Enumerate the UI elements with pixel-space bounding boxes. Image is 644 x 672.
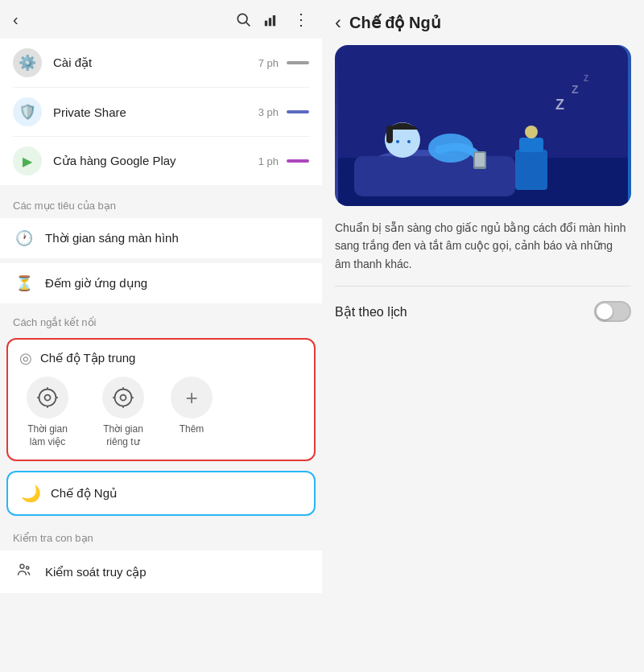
right-title: Chế độ Ngủ — [349, 13, 441, 32]
screen-time-label: Thời gian sáng màn hình — [45, 231, 179, 245]
svg-point-12 — [121, 395, 126, 401]
back-button[interactable]: ‹ — [13, 10, 19, 29]
app-time: 1 ph — [258, 155, 279, 167]
mode-work-icon — [27, 377, 68, 418]
svg-rect-22 — [354, 156, 515, 196]
tap-trung-modes: Thời gian làm việc Thời gian riêng tư + … — [8, 373, 314, 460]
left-panel: ‹ ⋮ ⚙️ Cài đặt 7 ph 🛡️ Private Shar — [0, 0, 322, 672]
ngu-title: Chế độ Ngủ — [51, 486, 118, 501]
schedule-toggle[interactable] — [594, 301, 631, 322]
search-button[interactable] — [235, 11, 251, 27]
schedule-row: Bật theo lịch — [322, 287, 644, 336]
right-header: ‹ Chế độ Ngủ — [322, 0, 644, 45]
svg-rect-4 — [273, 15, 275, 26]
app-time: 7 ph — [258, 57, 279, 69]
tap-trung-header[interactable]: ◎ Chế độ Tập trung — [8, 340, 314, 373]
access-control-label: Kiểm soát truy cập — [45, 565, 147, 579]
private-share-icon: 🛡️ — [13, 97, 42, 126]
svg-point-26 — [396, 140, 399, 143]
svg-rect-3 — [269, 18, 271, 26]
app-name: Cửa hàng Google Play — [53, 154, 258, 168]
mode-work-label: Thời gian làm việc — [19, 423, 76, 448]
app-timer-icon: ⏳ — [13, 274, 35, 292]
access-control-item[interactable]: Kiểm soát truy cập — [0, 550, 322, 593]
tap-trung-box: ◎ Chế độ Tập trung Thời gian làm việc — [6, 338, 316, 461]
left-header: ‹ ⋮ — [0, 0, 322, 35]
list-item[interactable]: ▶ Cửa hàng Google Play 1 ph — [13, 137, 309, 185]
access-control-icon — [13, 562, 35, 582]
description-text: Chuẩn bị sẵn sàng cho giấc ngủ bằng cách… — [322, 219, 644, 286]
svg-rect-25 — [386, 126, 393, 143]
settings-icon: ⚙️ — [13, 48, 42, 77]
play-store-icon: ▶ — [13, 146, 42, 175]
svg-rect-29 — [475, 153, 485, 167]
ngu-box[interactable]: 🌙 Chế độ Ngủ — [6, 471, 316, 516]
section-title-child: Kiểm tra con bạn — [0, 521, 322, 549]
more-button[interactable]: ⋮ — [293, 10, 309, 29]
tap-trung-title: Chế độ Tập trung — [40, 351, 135, 365]
section-title-goals: Các mục tiêu của bạn — [0, 188, 322, 216]
divider — [0, 260, 322, 262]
svg-rect-30 — [515, 150, 547, 190]
svg-rect-2 — [265, 21, 267, 27]
right-back-button[interactable]: ‹ — [335, 11, 341, 34]
mode-add-label: Thêm — [180, 423, 204, 436]
mode-private-icon — [102, 377, 144, 418]
svg-point-5 — [39, 390, 56, 406]
section-title-disconnect: Cách ngắt kết nối — [0, 305, 322, 333]
moon-icon: 🌙 — [21, 484, 41, 503]
usage-bar — [287, 61, 309, 64]
search-icon — [235, 11, 251, 27]
svg-line-1 — [246, 23, 250, 27]
mode-add-icon: + — [171, 377, 213, 418]
list-item[interactable]: ⚙️ Cài đặt 7 ph — [13, 39, 309, 88]
mode-work[interactable]: Thời gian làm việc — [19, 377, 76, 448]
svg-point-17 — [20, 565, 24, 569]
svg-text:Z: Z — [584, 74, 588, 83]
right-panel: ‹ Chế độ Ngủ — [322, 0, 644, 672]
usage-bar — [287, 110, 309, 113]
svg-point-27 — [407, 140, 411, 143]
svg-text:Z: Z — [555, 97, 564, 113]
mode-add[interactable]: + Thêm — [171, 377, 213, 448]
screen-time-item[interactable]: 🕐 Thời gian sáng màn hình — [0, 218, 322, 258]
app-list: ⚙️ Cài đặt 7 ph 🛡️ Private Share 3 ph ▶ … — [0, 39, 322, 185]
screen-time-icon: 🕐 — [13, 229, 35, 247]
app-timer-item[interactable]: ⏳ Đếm giờ ứng dụng — [0, 263, 322, 303]
svg-rect-31 — [519, 138, 543, 152]
app-name: Cài đặt — [53, 56, 258, 70]
svg-point-0 — [237, 14, 247, 23]
svg-point-32 — [525, 126, 538, 138]
list-item[interactable]: 🛡️ Private Share 3 ph — [13, 88, 309, 137]
app-time: 3 ph — [258, 106, 279, 118]
sleep-illustration: Z Z Z — [338, 45, 628, 206]
svg-text:Z: Z — [572, 83, 579, 96]
signal-icon — [264, 11, 280, 27]
schedule-label: Bật theo lịch — [335, 304, 594, 320]
app-timer-label: Đếm giờ ứng dụng — [45, 276, 147, 291]
hero-image: Z Z Z — [335, 45, 631, 206]
app-name: Private Share — [53, 105, 258, 119]
svg-point-18 — [27, 567, 29, 569]
mode-private-label: Thời gian riêng tư — [95, 423, 151, 448]
tap-trung-ring-icon: ◎ — [19, 349, 32, 367]
mode-private[interactable]: Thời gian riêng tư — [95, 377, 151, 448]
usage-bar — [287, 159, 309, 163]
svg-point-11 — [115, 390, 132, 406]
svg-point-6 — [45, 395, 51, 401]
